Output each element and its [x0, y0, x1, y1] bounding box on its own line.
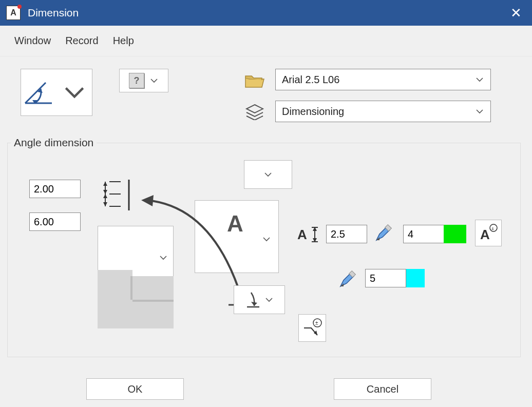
chevron-down-icon [149, 76, 159, 85]
angle-dimension-icon [23, 80, 54, 105]
chevron-down-icon [264, 295, 274, 304]
svg-text:A: A [480, 227, 490, 242]
svg-marker-10 [103, 202, 107, 206]
chevron-down-icon [475, 75, 484, 84]
svg-marker-7 [103, 190, 107, 194]
text-height-input[interactable]: 2.5 [326, 225, 367, 243]
help-icon: ? [129, 73, 144, 88]
text-color-swatch[interactable] [444, 225, 466, 243]
chevron-down-icon [59, 80, 90, 105]
dialog-content: ? Arial 2.5 L06 Dimensioning Angle dimen… [0, 56, 532, 407]
leader-icon: ± [302, 318, 322, 338]
layer-select[interactable]: Dimensioning [275, 101, 491, 122]
help-dropdown[interactable]: ? [119, 69, 168, 92]
text-options-button[interactable]: A ± [475, 220, 502, 246]
line-color-swatch[interactable] [406, 269, 425, 287]
leader-options-button[interactable]: ± [298, 314, 326, 342]
pen-icon [338, 270, 357, 288]
layers-icon [244, 104, 265, 120]
extension-over-input[interactable]: 2.00 [29, 180, 81, 198]
font-select-value: Arial 2.5 L06 [282, 74, 339, 86]
text-height-icon: A [297, 226, 323, 243]
title-bar: A Dimension ✕ [0, 0, 532, 26]
angle-dimension-group: Angle dimension 2.00 6.00 A [7, 137, 521, 357]
line-pen-width-input[interactable]: 5 [365, 269, 406, 287]
letter-a-icon: A [227, 211, 243, 237]
text-pen-width-input[interactable]: 4 [403, 225, 444, 243]
window-title: Dimension [28, 7, 79, 19]
chevron-down-icon [262, 235, 271, 244]
arrowhead-dropdown[interactable] [234, 285, 285, 314]
menu-record[interactable]: Record [65, 35, 98, 47]
layer-select-value: Dimensioning [282, 106, 344, 118]
menu-bar: Window Record Help [0, 26, 532, 56]
text-placement-dropdown[interactable]: A [195, 200, 279, 273]
svg-text:±: ± [491, 226, 494, 231]
svg-marker-12 [141, 195, 154, 206]
extension-lines-icon [100, 180, 141, 210]
dimension-type-dropdown[interactable] [21, 69, 92, 116]
pen-icon [374, 224, 393, 242]
svg-marker-6 [103, 182, 107, 186]
tolerance-dropdown[interactable] [244, 160, 292, 189]
reference-geometry-icon [98, 276, 174, 328]
chevron-down-icon [159, 253, 168, 262]
svg-marker-14 [251, 302, 257, 306]
ok-button[interactable]: OK [86, 378, 184, 400]
svg-text:A: A [297, 227, 307, 242]
app-icon: A [6, 6, 21, 20]
text-tolerance-icon: A ± [479, 224, 498, 242]
extension-offset-input[interactable]: 6.00 [29, 212, 81, 231]
svg-marker-9 [103, 194, 107, 198]
folder-icon[interactable] [244, 73, 265, 89]
arrowhead-icon [245, 290, 260, 309]
menu-help[interactable]: Help [113, 35, 134, 47]
menu-window[interactable]: Window [14, 35, 51, 47]
close-icon[interactable]: ✕ [506, 5, 526, 21]
chevron-down-icon [263, 170, 273, 179]
cancel-button[interactable]: Cancel [334, 378, 431, 400]
chevron-down-icon [475, 107, 484, 116]
group-label: Angle dimension [11, 137, 97, 149]
font-select[interactable]: Arial 2.5 L06 [275, 69, 491, 90]
svg-text:±: ± [315, 320, 318, 326]
